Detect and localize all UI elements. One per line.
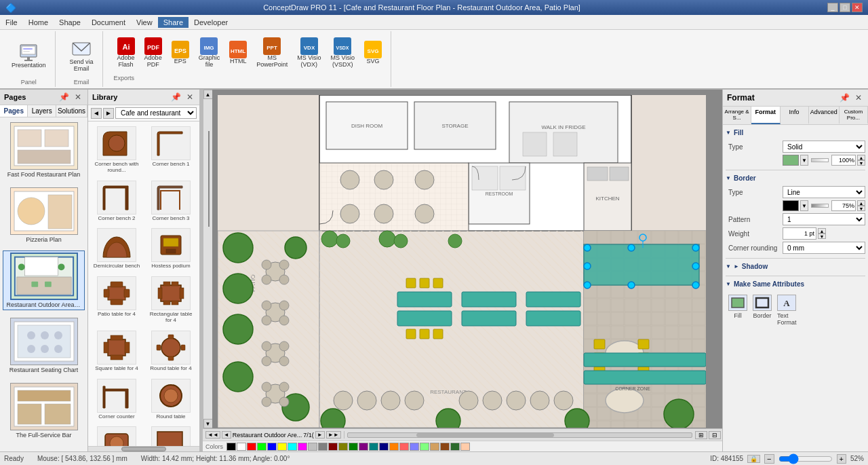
border-opacity-input[interactable]: [831, 200, 856, 211]
status-zoom-out-button[interactable]: −: [764, 454, 774, 464]
border-opacity-up[interactable]: ▲: [857, 200, 865, 206]
make-same-border[interactable]: Border: [753, 295, 772, 326]
page-last-button[interactable]: ►►: [326, 431, 341, 439]
border-color-swatch[interactable]: [783, 200, 799, 211]
lib-item-corner-bench-round[interactable]: Corner bench with round...: [91, 124, 142, 176]
fill-color-dropdown-btn[interactable]: ▼: [800, 155, 808, 166]
border-section-header[interactable]: Border: [726, 173, 865, 183]
color-orange[interactable]: [389, 443, 399, 451]
lib-item-patio-table-4[interactable]: Patio table for 4: [91, 274, 142, 326]
fill-color-swatch[interactable]: [783, 155, 799, 166]
border-opacity-slider[interactable]: [811, 204, 829, 208]
color-magenta[interactable]: [298, 443, 307, 451]
make-same-text-format[interactable]: A TextFormat: [777, 295, 797, 326]
border-pattern-select[interactable]: 1: [783, 213, 865, 225]
make-same-header[interactable]: Make Same Attributes: [726, 279, 865, 289]
color-tan[interactable]: [430, 443, 439, 451]
menu-share[interactable]: Share: [158, 17, 189, 28]
lib-item-corner-bench-1[interactable]: Corner bench 1: [145, 124, 197, 176]
canvas-fit-button[interactable]: ⊞: [695, 431, 707, 439]
ftab-advanced[interactable]: Advanced: [809, 107, 840, 124]
color-navy[interactable]: [379, 443, 389, 451]
color-green[interactable]: [349, 443, 358, 451]
color-lt-blue[interactable]: [410, 443, 419, 451]
page-prev-button[interactable]: ◄: [222, 431, 231, 439]
border-weight-up[interactable]: ▲: [818, 228, 826, 234]
color-silver[interactable]: [308, 443, 317, 451]
border-corner-select[interactable]: 0 mm: [783, 242, 865, 254]
lib-item-square-table-round[interactable]: Square table with round...: [91, 424, 142, 446]
lib-item-demicircular-bench[interactable]: Demicircular bench: [91, 226, 142, 272]
border-weight-down[interactable]: ▼: [818, 234, 826, 239]
border-type-select[interactable]: Line: [783, 186, 865, 198]
ftab-format[interactable]: Format: [751, 107, 780, 124]
pages-pin-button[interactable]: 📌: [57, 92, 71, 103]
tab-layers[interactable]: Layers: [28, 105, 56, 117]
ribbon-btn-eps[interactable]: EPS EPS: [168, 39, 193, 67]
ribbon-btn-svg[interactable]: SVG SVG: [361, 39, 385, 67]
lib-item-corner-bench-2[interactable]: Corner bench 2: [91, 179, 142, 224]
ftab-info[interactable]: Info: [781, 107, 809, 124]
library-scrollbar[interactable]: [88, 446, 199, 451]
menu-home[interactable]: Home: [23, 17, 54, 28]
ribbon-btn-graphic[interactable]: IMG Graphicfile: [195, 35, 224, 71]
color-white[interactable]: [237, 443, 246, 451]
maximize-button[interactable]: □: [840, 3, 850, 12]
lib-item-round-table[interactable]: Round table: [145, 377, 197, 422]
border-color-dropdown-btn[interactable]: ▼: [800, 200, 808, 211]
library-category-select[interactable]: Cafe and restaurant: [115, 107, 197, 119]
tab-pages[interactable]: Pages: [0, 105, 28, 117]
ribbon-btn-visio-vdx[interactable]: VDX MS Visio(VDX): [294, 35, 324, 71]
color-maroon[interactable]: [328, 443, 338, 451]
lib-item-hostess-podium[interactable]: Hostess podium: [145, 226, 197, 272]
color-black[interactable]: [226, 443, 236, 451]
vscroll-up-button[interactable]: ▲: [203, 90, 213, 99]
menu-document[interactable]: Document: [86, 17, 131, 28]
minimize-button[interactable]: _: [827, 3, 838, 12]
menu-developer[interactable]: Developer: [189, 17, 233, 28]
color-olive[interactable]: [338, 443, 348, 451]
page-item-pizzeria[interactable]: Pizzeria Plan: [3, 185, 85, 245]
status-zoom-in-button[interactable]: +: [837, 454, 846, 464]
ribbon-btn-visio-vsdx[interactable]: VSDX MS Visio(VSDX): [328, 35, 358, 71]
page-first-button[interactable]: ◄◄: [205, 431, 220, 439]
color-lime[interactable]: [257, 443, 267, 451]
color-brown[interactable]: [440, 443, 450, 451]
fill-opacity-input[interactable]: [831, 155, 856, 166]
shadow-section-header[interactable]: ► Shadow: [726, 261, 865, 272]
lib-item-square-table-4[interactable]: Square table for 4: [91, 329, 142, 374]
format-pin-button[interactable]: 📌: [837, 92, 852, 103]
color-yellow[interactable]: [277, 443, 287, 451]
ribbon-btn-email[interactable]: Send viaEmail: [66, 35, 97, 75]
library-pin-button[interactable]: 📌: [169, 92, 183, 103]
menu-view[interactable]: View: [131, 17, 158, 28]
fill-opacity-slider[interactable]: [811, 158, 829, 162]
color-purple[interactable]: [359, 443, 368, 451]
fill-section-header[interactable]: Fill: [726, 128, 865, 138]
color-gray[interactable]: [318, 443, 328, 451]
status-lock-button[interactable]: 🔒: [747, 455, 760, 463]
lib-item-rect-table-4[interactable]: Rectangular table for 4: [145, 274, 197, 326]
menu-shape[interactable]: Shape: [54, 17, 86, 28]
color-lt-green[interactable]: [420, 443, 429, 451]
ribbon-btn-html[interactable]: HTML HTML: [226, 39, 250, 67]
vscroll-thumb[interactable]: [208, 131, 210, 227]
hscroll-track[interactable]: [347, 432, 692, 438]
color-blue[interactable]: [267, 443, 277, 451]
canvas-zoom-fit-button[interactable]: ⊟: [709, 431, 721, 439]
fill-type-select[interactable]: Solid: [783, 141, 865, 153]
hscroll-thumb[interactable]: [416, 433, 554, 437]
ribbon-btn-powerpoint[interactable]: PPT MSPowerPoint: [253, 35, 291, 71]
page-item-seating[interactable]: Restaurant Seating Chart: [3, 316, 85, 375]
menu-file[interactable]: File: [0, 17, 23, 28]
lib-item-corner-table[interactable]: Corner table: [145, 424, 197, 446]
border-opacity-down[interactable]: ▼: [857, 206, 865, 211]
color-cyan[interactable]: [288, 443, 297, 451]
library-prev-button[interactable]: ◄: [91, 108, 102, 119]
make-same-fill[interactable]: Fill: [728, 295, 747, 326]
page-item-fastfood[interactable]: Fast Food Restaurant Plan: [3, 120, 85, 180]
library-close-button[interactable]: ✕: [184, 92, 195, 103]
format-close-button[interactable]: ✕: [853, 92, 864, 103]
ftab-custom[interactable]: Custom Pro...: [840, 107, 868, 124]
vscroll-down-button[interactable]: ▼: [203, 419, 213, 428]
